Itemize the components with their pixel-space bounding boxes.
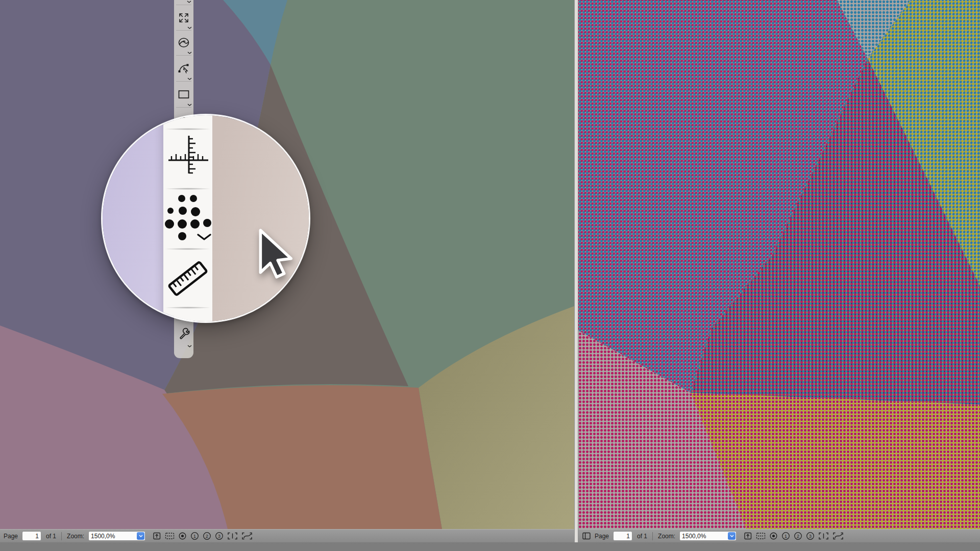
target-circle-icon [178, 532, 187, 540]
magnifier-loupe [101, 114, 310, 323]
circled-3-icon: 3 [215, 532, 224, 540]
circled-2-icon: 2 [203, 532, 211, 540]
document-pane-left: T [0, 0, 574, 529]
chevron-down-icon [187, 27, 192, 29]
zoom-label: Zoom: [67, 533, 84, 540]
expand-arrows-icon [178, 12, 190, 24]
curve-bounds-button[interactable] [241, 532, 253, 540]
freehand-brush-icon [177, 36, 190, 49]
bezier-node-icon [177, 62, 190, 75]
page-count-label: of 1 [46, 533, 56, 540]
selection-bounds-button[interactable] [227, 532, 238, 540]
svg-text:2: 2 [797, 533, 799, 539]
pages-panel-button[interactable] [582, 532, 591, 540]
statusbar-left: Page of 1 Zoom: 1 2 3 [0, 529, 574, 542]
svg-text:3: 3 [218, 533, 220, 539]
arrow-up-box-icon [153, 532, 161, 540]
chevron-down-icon [187, 52, 192, 54]
zoom-dropdown-button[interactable] [137, 532, 144, 540]
arrow-up-box-icon [744, 532, 752, 540]
target-circle-icon [769, 532, 778, 540]
view-quality-3-button[interactable]: 3 [806, 532, 815, 540]
svg-text:1: 1 [193, 533, 196, 539]
statusbar-divider [61, 532, 62, 540]
svg-text:3: 3 [809, 533, 812, 539]
svg-text:1: 1 [785, 533, 787, 539]
export-page-button[interactable] [153, 532, 161, 540]
page-label: Page [595, 533, 609, 540]
dashed-grid-icon [165, 532, 175, 540]
chevron-down-icon [187, 78, 192, 80]
view-quality-1-button[interactable]: 1 [190, 532, 199, 540]
wrench-icon [177, 328, 190, 341]
tool-coordinate-axes[interactable] [163, 134, 212, 185]
bracket-curve-icon [832, 532, 844, 540]
mouse-cursor [258, 229, 296, 282]
view-quality-2-button[interactable]: 2 [794, 532, 802, 540]
statusbar-divider [652, 532, 653, 540]
svg-text:2: 2 [206, 533, 208, 539]
page-count-label: of 1 [637, 533, 647, 540]
target-button[interactable] [178, 532, 187, 540]
view-quality-3-button[interactable]: 3 [215, 532, 224, 540]
statusbar-right: Page of 1 Zoom: 1 2 3 [578, 529, 980, 542]
rectangle-icon [177, 88, 190, 101]
page-input[interactable] [22, 531, 41, 541]
tool-wrench[interactable] [174, 321, 193, 347]
bracket-curve-icon [241, 532, 253, 540]
chevron-down-icon [187, 345, 192, 347]
curve-bounds-button[interactable] [832, 532, 844, 540]
chevron-down-icon [197, 234, 211, 241]
app-window: T [0, 0, 980, 551]
target-button[interactable] [769, 532, 778, 540]
page-label: Page [4, 533, 18, 540]
page-input[interactable] [613, 531, 632, 541]
side-panel-icon [582, 532, 591, 540]
chevron-down-icon [139, 535, 143, 537]
view-quality-2-button[interactable]: 2 [203, 532, 211, 540]
chevron-down-icon [187, 104, 192, 106]
bracket-bar-icon [227, 532, 238, 540]
circled-1-icon: 1 [190, 532, 199, 540]
document-pane-right [578, 0, 980, 529]
grid-options-button[interactable] [165, 532, 175, 540]
export-page-button[interactable] [744, 532, 752, 540]
chevron-down-icon [730, 535, 734, 537]
zoom-dropdown-button[interactable] [728, 532, 736, 540]
bracket-bar-icon [818, 532, 829, 540]
chevron-down-icon [187, 1, 191, 3]
pane-divider[interactable] [574, 0, 578, 542]
tool-ruler[interactable] [163, 252, 212, 305]
view-quality-1-button[interactable]: 1 [781, 532, 790, 540]
circled-3-icon: 3 [806, 532, 815, 540]
window-bottom-strip [0, 542, 980, 551]
tool-rectangle[interactable] [174, 83, 193, 106]
coordinate-axes-icon [164, 134, 211, 183]
zoom-label: Zoom: [658, 533, 675, 540]
circled-2-icon: 2 [794, 532, 802, 540]
tool-node-edit[interactable] [174, 57, 193, 80]
selection-bounds-button[interactable] [818, 532, 829, 540]
circled-1-icon: 1 [781, 532, 790, 540]
grid-options-button[interactable] [756, 532, 766, 540]
dashed-grid-icon [756, 532, 766, 540]
ruler-icon [162, 252, 213, 303]
